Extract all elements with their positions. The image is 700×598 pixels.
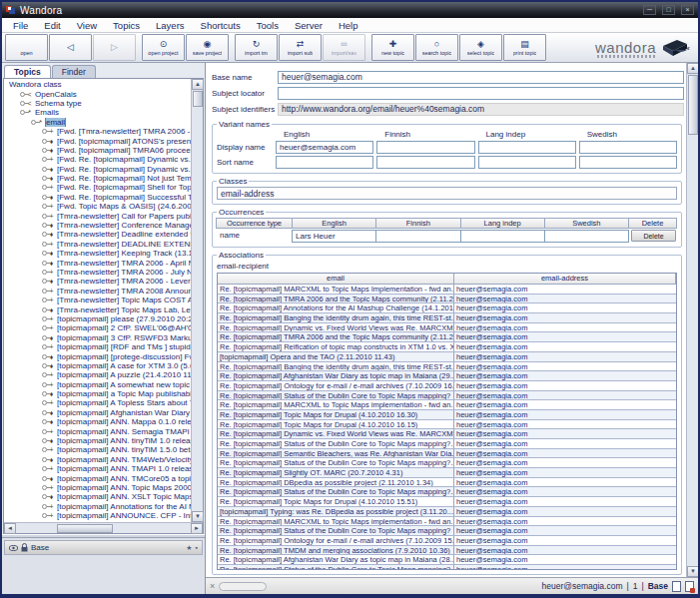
association-email-cell[interactable]: Re. [topicmapmail] Afghanistan War Diary… — [218, 555, 454, 564]
tree-expand-handle-icon[interactable] — [42, 270, 47, 275]
association-address-cell[interactable]: heuer@semagia.com — [454, 381, 676, 390]
association-row[interactable]: Re. [topicmapmail] Status of the Dublin … — [218, 487, 676, 497]
tree-row[interactable]: +[topicmapmail] A puzzle (21.4.2010 11:0… — [6, 370, 191, 379]
association-row[interactable]: Re. [topicmapmail] Status of the Dublin … — [218, 458, 676, 468]
association-address-cell[interactable]: heuer@semagia.com — [454, 352, 676, 361]
association-address-cell[interactable]: heuer@semagia.com — [454, 391, 676, 400]
tree-expand-handle-icon[interactable] — [42, 354, 47, 359]
tree-expand-handle-icon[interactable] — [42, 289, 47, 294]
scroll-down-icon[interactable]: ▼ — [192, 511, 204, 522]
class-item[interactable]: email-address — [217, 187, 677, 200]
tree-hscroll-thumb[interactable] — [57, 524, 113, 533]
tab-finder[interactable]: Finder — [52, 65, 96, 78]
variant-name-input[interactable] — [478, 141, 576, 154]
tree-expand-handle-icon[interactable] — [42, 129, 47, 134]
association-address-cell[interactable]: heuer@semagia.com — [454, 332, 676, 341]
association-email-cell[interactable]: Re. [topicmapmail] Status of the Dublin … — [218, 487, 454, 496]
association-address-cell[interactable]: heuer@semagia.com — [454, 420, 676, 429]
tree-expand-handle-icon[interactable] — [42, 447, 47, 452]
tree-row[interactable]: +[topicmapmail] [RDF and TMs ] stupid qu… — [6, 342, 191, 351]
tree-expand-handle-icon[interactable] — [20, 110, 25, 115]
tree-expand-handle-icon[interactable] — [42, 185, 47, 190]
toolbar-print-topic-button[interactable]: ▤print topic — [503, 34, 546, 61]
tree-row[interactable]: <OpenCalais — [6, 89, 191, 98]
tree-expand-handle-icon[interactable] — [42, 316, 47, 321]
variant-name-input[interactable] — [276, 156, 373, 169]
association-address-cell[interactable]: heuer@semagia.com — [454, 313, 676, 322]
association-email-cell[interactable]: Re. [topicmapmail] Status of the Dublin … — [218, 391, 454, 400]
tree-expand-handle-icon[interactable] — [42, 204, 47, 209]
tree-row[interactable]: +[topicmapmail] A somewhat new topic map — [6, 380, 191, 389]
tree-row[interactable]: <Schema type — [6, 99, 191, 108]
title-bar[interactable]: Wandora ─ □ × — [2, 2, 698, 18]
association-address-cell[interactable]: heuer@semagia.com — [454, 362, 676, 371]
occurrence-value-cell[interactable] — [544, 230, 629, 243]
tab-topics[interactable]: Topics — [4, 65, 51, 78]
association-email-cell[interactable]: Re. [topicmapmail] Reification of topic … — [218, 342, 454, 351]
variant-name-input[interactable] — [376, 156, 474, 169]
association-address-cell[interactable]: heuer@semagia.com — [454, 429, 676, 438]
tree-row[interactable]: ♦[Tmra-newsletter] Deadline extended to … — [6, 230, 191, 239]
tree-row[interactable]: +[Tmra-newsletter] TMRA 2006 - July News… — [6, 268, 191, 277]
occurrence-value-cell[interactable]: Lars Heuer — [292, 230, 376, 243]
tree-row[interactable]: +[Fwd. Re. [topicmapmail] Shell for Topi… — [6, 183, 191, 192]
tree-expand-handle-icon[interactable] — [42, 344, 47, 349]
association-email-cell[interactable]: Re. [topicmapmail] MARCXML to Topic Maps… — [218, 285, 454, 294]
scroll-left-icon[interactable]: ◄ — [4, 523, 16, 534]
tree-row[interactable]: ♦[Tmra-newsletter] TMRA 2006 - April New… — [6, 258, 191, 267]
association-address-cell[interactable]: heuer@semagia.com — [454, 497, 676, 506]
tree-scroll-thumb[interactable] — [193, 91, 203, 107]
association-email-cell[interactable]: Re. [topicmapmail] DBpedia as possible p… — [218, 478, 454, 487]
subject-identifiers-value[interactable]: http://www.wandora.org/email/heuer%40sem… — [278, 103, 684, 116]
association-address-cell[interactable]: heuer@semagia.com — [454, 342, 676, 351]
tree-row[interactable]: ♦[topicmapmail] A case for XTM 3.0 (5.6.… — [6, 361, 191, 370]
tree-row[interactable]: +[topicmapmail] ANN. TMAPI 1.0 release (… — [6, 464, 191, 473]
association-email-cell[interactable]: Re. [topicmapmail] Topic Maps for Drupal… — [218, 410, 454, 419]
occurrence-value-cell[interactable] — [375, 230, 460, 243]
association-row[interactable]: Re. [topicmapmail] Status of the Dublin … — [218, 439, 676, 449]
tree-row[interactable]: ♦[Fwd. [topicmapmail] TMRA06 proceedings — [6, 146, 191, 155]
association-address-cell[interactable]: heuer@semagia.com — [454, 439, 676, 448]
association-row[interactable]: [topicmapmail] Typing: was Re. DBpedia a… — [218, 507, 676, 517]
tree-row[interactable]: ♦[Fwd. Re. [topicmapmail] Successful Top… — [6, 193, 191, 202]
tree-row[interactable]: +[topicmapmail] Annotations for the AI M… — [6, 502, 191, 511]
association-row[interactable]: Re. [topicmapmail] Topic Maps for Drupal… — [218, 410, 676, 420]
association-email-cell[interactable]: Re. [topicmapmail] Semantic Bleachers, w… — [218, 449, 454, 458]
toolbar-forward-button[interactable]: ▷ — [93, 34, 136, 61]
association-row[interactable]: Re. [topicmapmail] Status of the Dublin … — [218, 565, 676, 569]
tree-row[interactable]: ♦[Tmra-newsletter] Topic Maps Lab, Leipz… — [6, 304, 191, 313]
tree-row[interactable]: +[topicmapmail] ANNOUNCE. CFP - Internat… — [6, 511, 191, 520]
tree-row[interactable]: +[topicmapmail] A Topless Stars about To… — [6, 398, 191, 407]
tree-row[interactable]: ♦[topicmapmail] ANN. Mappa 0.1.0 release… — [6, 417, 191, 426]
association-row[interactable]: Re. [topicmapmail] Ontology for e-mail /… — [218, 381, 676, 391]
association-address-cell[interactable]: heuer@semagia.com — [454, 449, 676, 458]
association-address-cell[interactable]: heuer@semagia.com — [454, 400, 676, 409]
layer-star-icon[interactable]: ★ — [186, 544, 192, 552]
association-row[interactable]: Re. [topicmapmail] MARCXML to Topic Maps… — [218, 517, 676, 527]
tree-row[interactable]: ♦[topicmapmail] [protege-discussion] Fwd… — [6, 351, 191, 360]
association-email-cell[interactable]: Re. [topicmapmail] MARCXML to Topic Maps… — [218, 400, 454, 409]
association-row[interactable]: Re. [topicmapmail] Status of the Dublin … — [218, 526, 676, 536]
tree-expand-handle-icon[interactable] — [42, 485, 47, 490]
tree-row[interactable]: +[Tmra-newsletter] Topic Maps COST Actio… — [6, 296, 191, 304]
association-email-cell[interactable]: Re. [topicmapmail] Ontology for e-mail /… — [218, 381, 454, 390]
tree-expand-handle-icon[interactable] — [42, 457, 47, 462]
tree-row[interactable]: ♦[topicmapmail] a Topic Map publishable … — [6, 389, 191, 398]
association-address-cell[interactable]: heuer@semagia.com — [454, 478, 676, 487]
menu-view[interactable]: View — [69, 20, 105, 31]
association-address-cell[interactable]: heuer@semagia.com — [454, 546, 676, 555]
tree-expand-handle-icon[interactable] — [42, 466, 47, 471]
tree-row[interactable]: ♦[topicmapmail] ANN. XSLT Topic Maps con — [6, 492, 191, 501]
tree-expand-handle-icon[interactable] — [42, 251, 47, 256]
menu-tools[interactable]: Tools — [249, 20, 287, 31]
menu-shortcuts[interactable]: Shortcuts — [193, 20, 249, 31]
tree-row[interactable]: +[Fwd. Re. [topicmapmail] Dynamic vs. Fi… — [6, 155, 191, 164]
tree-row[interactable]: ♦[topicmapmail] 3 CfP. RSWFD3 Markup an — [6, 333, 191, 342]
tree-row[interactable]: ♦[Tmra-newsletter] Conference Managemen — [6, 221, 191, 230]
minimize-button[interactable]: ─ — [643, 5, 656, 15]
menu-layers[interactable]: Layers — [148, 20, 193, 31]
association-address-cell[interactable]: heuer@semagia.com — [454, 487, 676, 496]
association-address-cell[interactable]: heuer@semagia.com — [454, 507, 676, 516]
association-address-cell[interactable]: heuer@semagia.com — [454, 517, 676, 526]
maximize-button[interactable]: □ — [662, 5, 675, 15]
